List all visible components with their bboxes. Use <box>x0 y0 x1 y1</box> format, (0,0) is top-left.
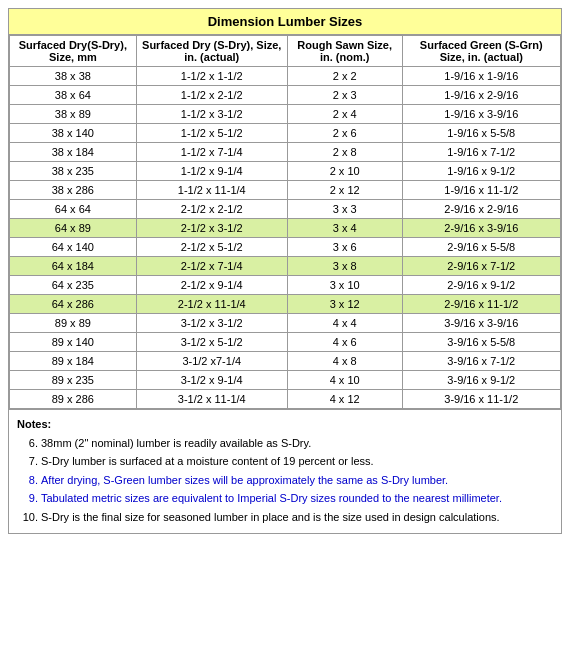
cell-13-1: 3-1/2 x 3-1/2 <box>136 314 287 333</box>
col-header-3: Surfaced Green (S-Grn) Size, in. (actual… <box>402 36 560 67</box>
cell-11-0: 64 x 235 <box>10 276 137 295</box>
table-row: 89 x 2863-1/2 x 11-1/44 x 123-9/16 x 11-… <box>10 390 561 409</box>
note-item-7: S-Dry lumber is surfaced at a moisture c… <box>41 453 553 470</box>
cell-16-1: 3-1/2 x 9-1/4 <box>136 371 287 390</box>
cell-16-0: 89 x 235 <box>10 371 137 390</box>
cell-0-1: 1-1/2 x 1-1/2 <box>136 67 287 86</box>
cell-12-3: 2-9/16 x 11-1/2 <box>402 295 560 314</box>
cell-5-2: 2 x 10 <box>287 162 402 181</box>
cell-15-1: 3-1/2 x7-1/4 <box>136 352 287 371</box>
col-header-0: Surfaced Dry(S-Dry), Size, mm <box>10 36 137 67</box>
table-row: 38 x 2351-1/2 x 9-1/42 x 101-9/16 x 9-1/… <box>10 162 561 181</box>
cell-9-1: 2-1/2 x 5-1/2 <box>136 238 287 257</box>
cell-14-1: 3-1/2 x 5-1/2 <box>136 333 287 352</box>
note-item-10: S-Dry is the final size for seasoned lum… <box>41 509 553 526</box>
notes-list: 38mm (2" nominal) lumber is readily avai… <box>17 435 553 526</box>
cell-0-0: 38 x 38 <box>10 67 137 86</box>
cell-4-2: 2 x 8 <box>287 143 402 162</box>
cell-4-3: 1-9/16 x 7-1/2 <box>402 143 560 162</box>
table-row: 64 x 2862-1/2 x 11-1/43 x 122-9/16 x 11-… <box>10 295 561 314</box>
table-row: 64 x 1402-1/2 x 5-1/23 x 62-9/16 x 5-5/8 <box>10 238 561 257</box>
cell-13-0: 89 x 89 <box>10 314 137 333</box>
cell-13-2: 4 x 4 <box>287 314 402 333</box>
cell-17-1: 3-1/2 x 11-1/4 <box>136 390 287 409</box>
cell-0-2: 2 x 2 <box>287 67 402 86</box>
cell-8-0: 64 x 89 <box>10 219 137 238</box>
table-row: 64 x 1842-1/2 x 7-1/43 x 82-9/16 x 7-1/2 <box>10 257 561 276</box>
cell-11-1: 2-1/2 x 9-1/4 <box>136 276 287 295</box>
cell-4-1: 1-1/2 x 7-1/4 <box>136 143 287 162</box>
cell-12-0: 64 x 286 <box>10 295 137 314</box>
cell-1-1: 1-1/2 x 2-1/2 <box>136 86 287 105</box>
cell-12-2: 3 x 12 <box>287 295 402 314</box>
cell-1-3: 1-9/16 x 2-9/16 <box>402 86 560 105</box>
cell-10-1: 2-1/2 x 7-1/4 <box>136 257 287 276</box>
col-header-1: Surfaced Dry (S-Dry), Size, in. (actual) <box>136 36 287 67</box>
cell-9-3: 2-9/16 x 5-5/8 <box>402 238 560 257</box>
cell-7-3: 2-9/16 x 2-9/16 <box>402 200 560 219</box>
table-row: 89 x 1843-1/2 x7-1/44 x 83-9/16 x 7-1/2 <box>10 352 561 371</box>
cell-9-0: 64 x 140 <box>10 238 137 257</box>
note-item-6: 38mm (2" nominal) lumber is readily avai… <box>41 435 553 452</box>
cell-3-2: 2 x 6 <box>287 124 402 143</box>
cell-7-2: 3 x 3 <box>287 200 402 219</box>
table-row: 38 x 381-1/2 x 1-1/22 x 21-9/16 x 1-9/16 <box>10 67 561 86</box>
cell-8-1: 2-1/2 x 3-1/2 <box>136 219 287 238</box>
cell-3-3: 1-9/16 x 5-5/8 <box>402 124 560 143</box>
table-row: 89 x 1403-1/2 x 5-1/24 x 63-9/16 x 5-5/8 <box>10 333 561 352</box>
note-item-9: Tabulated metric sizes are equivalent to… <box>41 490 553 507</box>
table-row: 38 x 1841-1/2 x 7-1/42 x 81-9/16 x 7-1/2 <box>10 143 561 162</box>
cell-3-1: 1-1/2 x 5-1/2 <box>136 124 287 143</box>
cell-2-2: 2 x 4 <box>287 105 402 124</box>
cell-10-2: 3 x 8 <box>287 257 402 276</box>
cell-6-1: 1-1/2 x 11-1/4 <box>136 181 287 200</box>
cell-7-1: 2-1/2 x 2-1/2 <box>136 200 287 219</box>
table-row: 38 x 891-1/2 x 3-1/22 x 41-9/16 x 3-9/16 <box>10 105 561 124</box>
cell-10-3: 2-9/16 x 7-1/2 <box>402 257 560 276</box>
cell-11-3: 2-9/16 x 9-1/2 <box>402 276 560 295</box>
cell-5-3: 1-9/16 x 9-1/2 <box>402 162 560 181</box>
header-row: Surfaced Dry(S-Dry), Size, mmSurfaced Dr… <box>10 36 561 67</box>
cell-17-3: 3-9/16 x 11-1/2 <box>402 390 560 409</box>
cell-2-3: 1-9/16 x 3-9/16 <box>402 105 560 124</box>
table-title: Dimension Lumber Sizes <box>9 9 561 35</box>
cell-13-3: 3-9/16 x 3-9/16 <box>402 314 560 333</box>
cell-16-3: 3-9/16 x 9-1/2 <box>402 371 560 390</box>
cell-1-2: 2 x 3 <box>287 86 402 105</box>
table-row: 89 x 893-1/2 x 3-1/24 x 43-9/16 x 3-9/16 <box>10 314 561 333</box>
cell-12-1: 2-1/2 x 11-1/4 <box>136 295 287 314</box>
cell-6-3: 1-9/16 x 11-1/2 <box>402 181 560 200</box>
cell-4-0: 38 x 184 <box>10 143 137 162</box>
cell-15-3: 3-9/16 x 7-1/2 <box>402 352 560 371</box>
table-row: 64 x 892-1/2 x 3-1/23 x 42-9/16 x 3-9/16 <box>10 219 561 238</box>
cell-11-2: 3 x 10 <box>287 276 402 295</box>
table-row: 64 x 642-1/2 x 2-1/23 x 32-9/16 x 2-9/16 <box>10 200 561 219</box>
cell-8-3: 2-9/16 x 3-9/16 <box>402 219 560 238</box>
col-header-2: Rough Sawn Size, in. (nom.) <box>287 36 402 67</box>
cell-17-0: 89 x 286 <box>10 390 137 409</box>
notes-section: Notes: 38mm (2" nominal) lumber is readi… <box>9 409 561 533</box>
cell-16-2: 4 x 10 <box>287 371 402 390</box>
note-item-8: After drying, S-Green lumber sizes will … <box>41 472 553 489</box>
cell-15-0: 89 x 184 <box>10 352 137 371</box>
table-row: 38 x 641-1/2 x 2-1/22 x 31-9/16 x 2-9/16 <box>10 86 561 105</box>
notes-title: Notes: <box>17 416 553 433</box>
cell-2-0: 38 x 89 <box>10 105 137 124</box>
cell-6-0: 38 x 286 <box>10 181 137 200</box>
lumber-table: Surfaced Dry(S-Dry), Size, mmSurfaced Dr… <box>9 35 561 409</box>
cell-14-0: 89 x 140 <box>10 333 137 352</box>
cell-8-2: 3 x 4 <box>287 219 402 238</box>
cell-5-1: 1-1/2 x 9-1/4 <box>136 162 287 181</box>
table-row: 38 x 1401-1/2 x 5-1/22 x 61-9/16 x 5-5/8 <box>10 124 561 143</box>
cell-7-0: 64 x 64 <box>10 200 137 219</box>
table-row: 89 x 2353-1/2 x 9-1/44 x 103-9/16 x 9-1/… <box>10 371 561 390</box>
main-container: Dimension Lumber Sizes Surfaced Dry(S-Dr… <box>8 8 562 534</box>
cell-1-0: 38 x 64 <box>10 86 137 105</box>
table-row: 38 x 2861-1/2 x 11-1/42 x 121-9/16 x 11-… <box>10 181 561 200</box>
cell-10-0: 64 x 184 <box>10 257 137 276</box>
cell-6-2: 2 x 12 <box>287 181 402 200</box>
cell-9-2: 3 x 6 <box>287 238 402 257</box>
cell-5-0: 38 x 235 <box>10 162 137 181</box>
cell-17-2: 4 x 12 <box>287 390 402 409</box>
table-row: 64 x 2352-1/2 x 9-1/43 x 102-9/16 x 9-1/… <box>10 276 561 295</box>
